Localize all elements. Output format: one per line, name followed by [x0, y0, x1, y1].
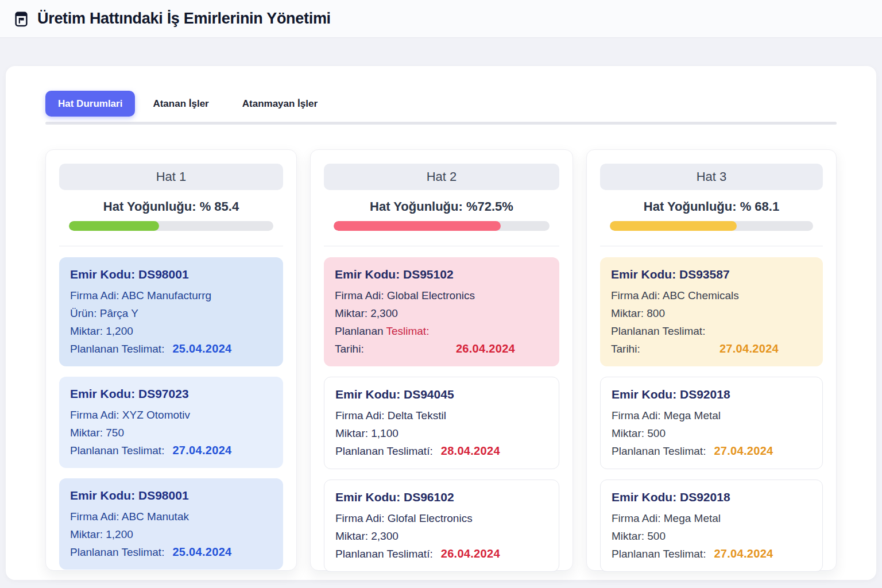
density-progress-track — [334, 221, 550, 231]
date-value: 25.04.2024 — [172, 543, 231, 561]
plan-teslimat-label: Planlanan Teslimatí: — [335, 545, 433, 563]
orders-list: Emir Kodu: DS93587 Firma Adi: ABC Chemic… — [600, 257, 823, 572]
order-firma-row: Firma Adi: XYZ Otomotiv — [70, 406, 272, 424]
density-label: Hat Yoğunluğu: % 68.1 — [600, 199, 823, 214]
density-progress-fill — [334, 221, 501, 231]
order-card[interactable]: Emir Kodu: DS95102 Firma Adi: Global Ele… — [324, 257, 559, 366]
order-date-line: Planlanan Teslimat: 25.04.2024 — [70, 543, 272, 561]
order-date-line: Planlanan Teslimat: 25.04.2024 — [70, 340, 272, 358]
column-divider — [324, 246, 559, 246]
line-title: Hat 1 — [59, 164, 283, 190]
tabs-divider — [45, 122, 837, 125]
order-miktar-row: Miktar: 1,200 — [70, 322, 272, 340]
order-code: Emir Kodu: DS92018 — [612, 488, 811, 506]
plan-teslimat-label: Planlanan Teslimat: — [612, 545, 706, 563]
order-card[interactable]: Emir Kodu: DS92018 Firma Adi: Mega Metal… — [600, 479, 823, 572]
order-card[interactable]: Emir Kodu: DS98001 Firma Adi: ABC Manufa… — [59, 257, 283, 366]
order-date-line: Planlanan Teslimatí: 26.04.2024 — [335, 545, 548, 563]
clipboard-icon — [13, 10, 30, 28]
density-progress-track — [69, 221, 273, 231]
plan-label-prefix: Planlanan — [335, 325, 384, 337]
order-firma-row: Firma Adi: ABC Chemicals — [611, 287, 812, 304]
order-date-line: Tarihi: 27.04.2024 — [611, 340, 812, 358]
main-panel: Hat Durumlari Atanan İşler Atanmayan İşl… — [6, 66, 876, 580]
date-value: 27.04.2024 — [714, 442, 773, 460]
plan-teslimat-label: Planlanan Teslimat: — [70, 543, 164, 561]
order-code: Emir Kodu: DS97023 — [70, 385, 272, 403]
plan-teslimat-label: Planlanan Teslimat: — [70, 442, 164, 459]
tarihi-label: Tarihi: — [611, 340, 640, 358]
tab-atanmayan-isler[interactable]: Atanmayan İşler — [227, 91, 333, 117]
density-progress-fill — [610, 221, 737, 231]
order-miktar-row: Miktar: 800 — [611, 304, 812, 322]
plan-label-suffix: Teslimat: — [386, 325, 429, 337]
order-code: Emir Kodu: DS98001 — [70, 265, 272, 284]
order-card[interactable]: Emir Kodu: DS92018 Firma Adi: Mega Metal… — [600, 377, 823, 469]
plan-teslimat-label: Planlanan Teslimat: — [70, 340, 164, 358]
order-firma-row: Firma Adi: Delta Tekstil — [335, 407, 548, 424]
order-date-line: Planlanan Teslimat: 27.04.2024 — [612, 442, 811, 460]
order-code: Emir Kodu: DS98001 — [70, 486, 272, 505]
plan-teslimat-label: Planlanan Teslimat: — [612, 442, 706, 460]
app-header: Üretim Hattındaki İş Emirlerinin Yönetim… — [0, 0, 882, 38]
order-firma-row: Firma Adi: Mega Metal — [612, 509, 811, 527]
date-value: 27.04.2024 — [714, 545, 773, 563]
date-value: 28.04.2024 — [441, 442, 500, 460]
order-urun-row: Ürün: Pârça Y — [70, 304, 272, 322]
order-card[interactable]: Emir Kodu: DS93587 Firma Adi: ABC Chemic… — [600, 257, 823, 366]
date-value: 27.04.2024 — [719, 340, 779, 358]
order-miktar-row: Miktar: 1,100 — [335, 424, 548, 442]
order-firma-row: Firma Adi: ABC Manutak — [70, 508, 272, 525]
order-card[interactable]: Emir Kodu: DS96102 Firma Adi: Glofal Ele… — [324, 479, 559, 572]
date-value: 25.04.2024 — [172, 340, 231, 358]
order-firma-row: Firma Adi: Mega Metal — [612, 407, 811, 424]
tabs-bar: Hat Durumlari Atanan İşler Atanmayan İşl… — [45, 91, 837, 117]
column-hat-2: Hat 2 Hat Yoğunluğu: %72.5% Emir Kodu: D… — [310, 149, 573, 571]
date-value: 26.04.2024 — [441, 545, 500, 563]
order-miktar-row: Miktar: 2,300 — [335, 527, 548, 545]
line-title: Hat 3 — [600, 164, 823, 190]
order-firma-row: Firma Adi: ABC Manufacturrg — [70, 287, 272, 304]
order-miktar-row: Miktar: 750 — [70, 424, 272, 442]
order-firma-row: Firma Adi: Glofal Electronics — [335, 509, 548, 527]
plan-teslimat-label: Planlanan Teslimat: — [335, 322, 548, 340]
tarihi-label: Tarihi: — [335, 340, 364, 358]
line-board: Hat 1 Hat Yoğunluğu: % 85.4 Emir Kodu: D… — [45, 149, 837, 571]
order-firma-row: Firma Adi: Global Electronics — [335, 287, 548, 304]
order-code: Emir Kodu: DS95102 — [335, 265, 548, 284]
order-card[interactable]: Emir Kodu: DS94045 Firma Adi: Delta Teks… — [324, 377, 559, 469]
density-label: Hat Yoğunluğu: % 85.4 — [59, 199, 283, 214]
plan-teslimat-label: Planlanan Teslimat: — [611, 322, 812, 340]
orders-list: Emir Kodu: DS98001 Firma Adi: ABC Manufa… — [59, 257, 283, 570]
density-progress-track — [610, 221, 813, 231]
page-title: Üretim Hattındaki İş Emirlerinin Yönetim… — [37, 10, 331, 28]
order-card[interactable]: Emir Kodu: DS97023 Firma Adi: XYZ Otomot… — [59, 377, 283, 468]
tab-atanan-isler[interactable]: Atanan İşler — [137, 91, 224, 117]
column-divider — [600, 246, 823, 246]
density-label: Hat Yoğunluğu: %72.5% — [324, 199, 559, 214]
density-progress-fill — [69, 221, 159, 231]
column-hat-3: Hat 3 Hat Yoğunluğu: % 68.1 Emir Kodu: D… — [586, 149, 837, 571]
order-date-line: Tarihi: 26.04.2024 — [335, 340, 548, 358]
order-date-line: Planlanan Teslimat: 27.04.2024 — [70, 442, 272, 459]
order-miktar-row: Miktar: 2,300 — [335, 304, 548, 322]
order-card[interactable]: Emir Kodu: DS98001 Firma Adi: ABC Manuta… — [59, 478, 283, 570]
date-value: 27.04.2024 — [172, 442, 231, 459]
orders-list: Emir Kodu: DS95102 Firma Adi: Global Ele… — [324, 257, 559, 572]
date-value: 26.04.2024 — [456, 340, 515, 358]
column-hat-1: Hat 1 Hat Yoğunluğu: % 85.4 Emir Kodu: D… — [45, 149, 297, 571]
order-code: Emir Kodu: DS93587 — [611, 265, 812, 284]
tab-hat-durumlari[interactable]: Hat Durumlari — [45, 91, 135, 117]
line-title: Hat 2 — [324, 164, 559, 190]
order-code: Emir Kodu: DS96102 — [335, 488, 548, 506]
order-code: Emir Kodu: DS92018 — [612, 385, 811, 404]
order-date-line: Planlanan Teslimat: 27.04.2024 — [612, 545, 811, 563]
order-miktar-row: Miktar: 500 — [612, 527, 811, 545]
order-miktar-row: Miktar: 1,200 — [70, 525, 272, 543]
order-date-line: Planlanan Teslimatí: 28.04.2024 — [335, 442, 548, 460]
plan-teslimat-label: Planlanan Teslimatí: — [335, 442, 433, 460]
order-miktar-row: Miktar: 500 — [612, 424, 811, 442]
column-divider — [59, 246, 283, 246]
order-code: Emir Kodu: DS94045 — [335, 385, 548, 404]
